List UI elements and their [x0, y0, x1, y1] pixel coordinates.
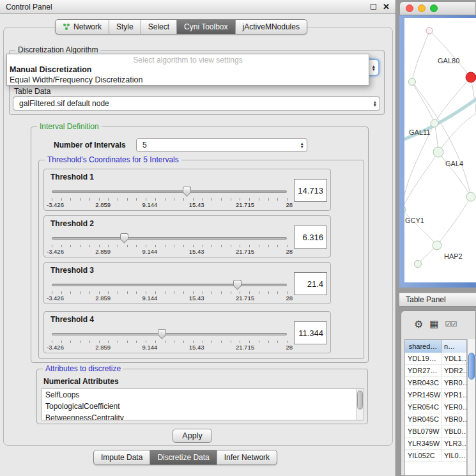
slider-track — [52, 333, 287, 335]
node-label: HAP2 — [444, 252, 463, 260]
algorithm-dropdown-list: Select algorithm to view settings Manual… — [6, 54, 369, 86]
table-row[interactable]: YER054C YER0… — [405, 401, 466, 413]
table-row[interactable]: YIL052C YIL0… — [405, 450, 466, 462]
network-node — [433, 147, 443, 157]
tab-jactivemnodules[interactable]: jActiveMNodules — [236, 20, 307, 34]
scrollbar-thumb[interactable] — [357, 390, 363, 410]
node-label: GAL11 — [409, 128, 430, 136]
slider-thumb[interactable] — [120, 233, 128, 240]
threshold-2-label: Threshold 2 — [50, 219, 94, 228]
table-panel-title: Table Panel — [406, 295, 446, 304]
slider-ticks — [52, 291, 288, 294]
tab-network-label: Network — [73, 22, 102, 31]
number-of-intervals-select[interactable]: 5 ▲▼ — [136, 138, 307, 152]
network-window-frame: GAL80 GAL11 GAL4 GCY1 HAP2 — [399, 15, 476, 288]
slider-scale: -3.426 2.859 9.144 15.43 21.715 28 — [47, 295, 293, 302]
threshold-1-label: Threshold 1 — [50, 173, 94, 181]
table-row[interactable]: YDR27… YDR2… — [405, 365, 466, 377]
interval-definition-group-title: Interval Definition — [37, 122, 102, 131]
scrollbar-thumb[interactable] — [468, 353, 475, 380]
network-node — [466, 192, 475, 201]
control-panel-title: Control Panel — [6, 3, 52, 12]
table-row[interactable]: YPR145W YPR1… — [405, 389, 466, 401]
numerical-attributes-label: Numerical Attributes — [43, 377, 119, 386]
threshold-1-slider[interactable] — [52, 187, 287, 197]
select-columns-icon[interactable]: ☑☑ — [445, 320, 457, 328]
node-table: shared… n… YDL19… YDL1… YDR27… YDR2… YBR… — [404, 339, 467, 475]
table-row[interactable]: YBR043C YBR0… — [405, 377, 466, 389]
table-row[interactable]: YBL079W YBL0… — [405, 426, 466, 438]
tab-discretize-data[interactable]: Discretize Data — [150, 450, 217, 464]
table-data-select[interactable]: galFiltered.sif default node ▲▼ — [13, 96, 380, 111]
threshold-1-value-field[interactable]: 14.713 — [294, 179, 327, 202]
minimize-traffic-light-icon[interactable] — [418, 4, 426, 12]
node-label: GAL4 — [445, 160, 463, 167]
tab-select[interactable]: Select — [141, 20, 177, 34]
slider-thumb[interactable] — [158, 329, 166, 335]
threshold-4-value-field[interactable]: 11.344 — [294, 321, 327, 344]
list-item[interactable]: BetweennessCentrality — [42, 412, 364, 420]
table-data-label: Table Data — [14, 87, 50, 96]
threshold-4-panel: Threshold 4 -3.426 2.859 9.144 15.43 21.… — [43, 311, 331, 353]
column-header-shared-name[interactable]: shared… — [405, 340, 441, 353]
threshold-2-value-field[interactable]: 6.316 — [294, 226, 327, 249]
dropdown-option-manual-discretization[interactable]: Manual Discretization — [7, 65, 369, 75]
threshold-2-slider[interactable] — [52, 233, 287, 243]
list-scrollbar[interactable] — [356, 389, 364, 420]
threshold-3-panel: Threshold 3 -3.426 2.859 9.144 15.43 21.… — [43, 262, 331, 304]
list-item[interactable]: SelfLoops — [42, 389, 364, 401]
zoom-traffic-light-icon[interactable] — [430, 4, 438, 12]
gear-icon[interactable]: ⚙ — [414, 318, 423, 330]
node-label: GAL80 — [438, 57, 459, 65]
tab-network[interactable]: Network — [56, 20, 109, 34]
attributes-group-title: Attributes to discretize — [43, 364, 123, 373]
tab-impute-data[interactable]: Impute Data — [94, 450, 150, 464]
threshold-4-label: Threshold 4 — [50, 315, 94, 324]
combo-arrows-icon: ▲▼ — [373, 100, 377, 107]
slider-scale: -3.426 2.859 9.144 15.43 21.715 28 — [47, 201, 293, 208]
bottom-tab-bar: Impute Data Discretize Data Infer Networ… — [93, 450, 277, 465]
network-node — [415, 261, 422, 268]
close-icon[interactable]: ✕ — [383, 3, 390, 11]
network-node — [431, 119, 438, 127]
tab-cyni-toolbox[interactable]: Cyni Toolbox — [177, 20, 235, 34]
threshold-2-panel: Threshold 2 -3.426 2.859 9.144 15.43 21.… — [43, 215, 331, 257]
tab-style[interactable]: Style — [109, 20, 141, 34]
dropdown-option-equal-width-frequency[interactable]: Equal Width/Frequency Discretization — [7, 75, 369, 85]
table-toolbar: ⚙ ▦ ☑☑ — [401, 311, 475, 337]
table-panel-header: Table Panel — [399, 293, 476, 307]
threshold-4-slider[interactable] — [52, 329, 287, 339]
table-row[interactable]: YDL19… YDL1… — [405, 353, 466, 365]
table-header-row: shared… n… — [405, 340, 466, 353]
network-icon — [63, 23, 70, 31]
slider-track — [52, 284, 287, 286]
apply-button[interactable]: Apply — [173, 429, 212, 443]
network-canvas[interactable]: GAL80 GAL11 GAL4 GCY1 HAP2 — [404, 18, 476, 282]
network-node — [409, 79, 416, 86]
table-row[interactable]: YBR045C YBR0… — [405, 413, 466, 426]
float-window-icon[interactable] — [371, 4, 376, 10]
threshold-3-slider[interactable] — [52, 280, 287, 290]
top-tab-bar: Network Style Select Cyni Toolbox jActiv… — [55, 19, 307, 35]
dropdown-prompt: Select algorithm to view settings — [7, 54, 369, 65]
threshold-3-value-field[interactable]: 21.4 — [294, 272, 327, 295]
table-panel-window: ⚙ ▦ ☑☑ shared… n… YDL19… YDL1… YDR27… YD… — [401, 311, 476, 476]
discretization-algorithm-group-title: Discretization Algorithm — [15, 45, 100, 54]
slider-thumb[interactable] — [233, 280, 242, 286]
threshold-1-panel: Threshold 1 -3.426 2.859 9.144 15.43 21.… — [43, 169, 331, 211]
table-row[interactable]: YLR345W YLR3… — [405, 438, 466, 450]
tab-infer-network[interactable]: Infer Network — [217, 450, 277, 464]
columns-icon[interactable]: ▦ — [429, 318, 438, 330]
slider-thumb[interactable] — [183, 187, 191, 193]
list-item[interactable]: TopologicalCoefficient — [42, 401, 364, 412]
slider-scale: -3.426 2.859 9.144 15.43 21.715 28 — [47, 344, 293, 351]
node-label: GCY1 — [405, 217, 424, 224]
control-panel-window: Control Panel ✕ Network Style Select Cyn… — [0, 0, 396, 476]
network-window-titlebar — [399, 1, 476, 15]
table-scrollbar[interactable] — [467, 339, 475, 475]
slider-scale: -3.426 2.859 9.144 15.43 21.715 28 — [47, 248, 293, 255]
close-traffic-light-icon[interactable] — [406, 4, 413, 12]
column-header-name[interactable]: n… — [441, 340, 466, 353]
combo-arrows-icon: ▲▼ — [372, 65, 376, 71]
number-of-intervals-value: 5 — [142, 141, 147, 150]
